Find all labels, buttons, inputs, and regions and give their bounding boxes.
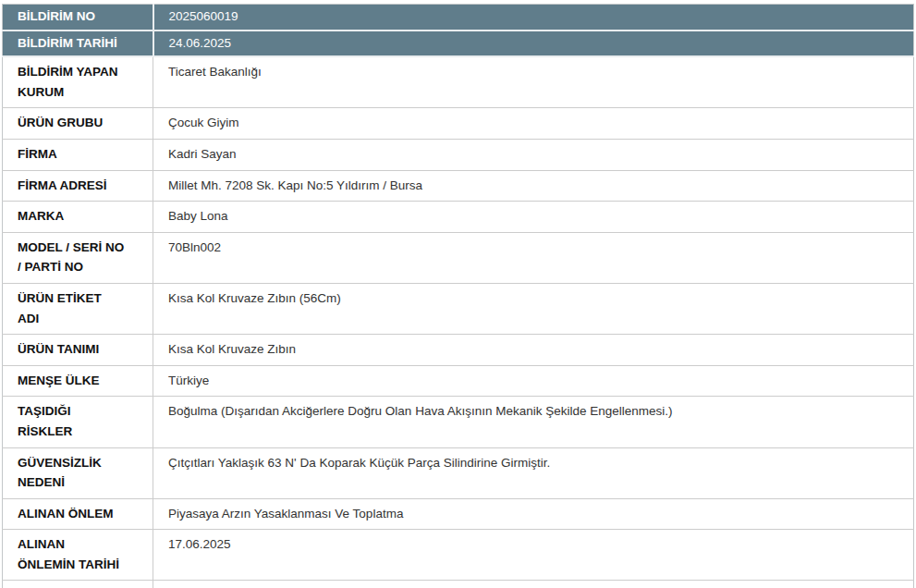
row-label: ALINAN ÖNLEMİN TARİHİ — [3, 530, 153, 581]
row-value: 17.06.2025 — [153, 530, 914, 581]
row-value: Çocuk Giysilerinde Güvenlik- Çocuk Giysi… — [153, 581, 914, 588]
table-row: BİLDİRİM YAPAN KURUMTicaret Bakanlığı — [3, 56, 914, 108]
table-row: BİLDİRİM NO2025060019 — [3, 5, 914, 31]
row-label: ÜRÜN ETİKET ADI — [3, 283, 153, 334]
table-row: GÜVENSİZLİK NEDENİÇıtçıtları Yaklaşık 63… — [3, 447, 914, 498]
row-label: MARKA — [3, 202, 153, 233]
row-value: 2025060019 — [153, 5, 914, 31]
table-row: ÜRÜN ETİKET ADIKısa Kol Kruvaze Zıbın (5… — [3, 283, 914, 334]
table-row: FİRMA ADRESİMillet Mh. 7208 Sk. Kapı No:… — [3, 170, 914, 202]
table-row: BİLDİRİM TARİHİ24.06.2025 — [3, 31, 914, 57]
row-value: Boğulma (Dışarıdan Akciğerlere Doğru Ola… — [153, 397, 914, 447]
table-row: İLGİLİ MEVZUATÇocuk Giysilerinde Güvenli… — [3, 581, 914, 588]
row-value: Çocuk Giyim — [153, 108, 914, 140]
row-value: Türkiye — [153, 365, 914, 397]
row-value: Kısa Kol Kruvaze Zıbın — [153, 335, 914, 366]
row-value: Kısa Kol Kruvaze Zıbın (56Cm) — [153, 283, 914, 334]
row-value: Kadri Sayan — [153, 139, 914, 170]
row-value: 24.06.2025 — [153, 31, 914, 57]
row-label: MENŞE ÜLKE — [3, 365, 153, 397]
table-row: ALINAN ÖNLEMİN TARİHİ17.06.2025 — [3, 530, 914, 581]
table-row: MENŞE ÜLKETürkiye — [3, 365, 914, 397]
notification-detail-table: BİLDİRİM NO2025060019BİLDİRİM TARİHİ24.0… — [2, 4, 914, 588]
row-label: ÜRÜN TANIMI — [3, 335, 153, 366]
row-label: İLGİLİ MEVZUAT — [3, 581, 153, 588]
table-row: TAŞIDIĞI RİSKLERBoğulma (Dışarıdan Akciğ… — [3, 397, 914, 447]
row-label: FİRMA ADRESİ — [3, 170, 153, 202]
row-value: 70Bln002 — [153, 232, 914, 283]
row-label: ALINAN ÖNLEM — [3, 498, 153, 530]
row-value: Millet Mh. 7208 Sk. Kapı No:5 Yıldırım /… — [153, 170, 914, 202]
table-row: ÜRÜN TANIMIKısa Kol Kruvaze Zıbın — [3, 335, 914, 366]
row-label: BİLDİRİM YAPAN KURUM — [3, 56, 153, 108]
row-label: ÜRÜN GRUBU — [3, 108, 153, 140]
row-value: Ticaret Bakanlığı — [153, 56, 914, 108]
row-label: TAŞIDIĞI RİSKLER — [3, 397, 153, 447]
row-value: Piyasaya Arzın Yasaklanması Ve Toplatma — [153, 498, 914, 530]
table-row: ÜRÜN GRUBUÇocuk Giyim — [3, 108, 914, 140]
table-row: FİRMAKadri Sayan — [3, 139, 914, 170]
row-label: GÜVENSİZLİK NEDENİ — [3, 447, 153, 498]
notification-table-body: BİLDİRİM NO2025060019BİLDİRİM TARİHİ24.0… — [3, 5, 914, 588]
table-row: MODEL / SERİ NO / PARTİ NO70Bln002 — [3, 232, 914, 283]
row-label: FİRMA — [3, 139, 153, 170]
row-label: BİLDİRİM TARİHİ — [3, 31, 153, 57]
row-label: BİLDİRİM NO — [3, 5, 153, 31]
row-label: MODEL / SERİ NO / PARTİ NO — [3, 232, 153, 283]
table-row: MARKABaby Lona — [3, 202, 914, 233]
row-value: Çıtçıtları Yaklaşık 63 N' Da Koparak Küç… — [153, 447, 914, 498]
row-value: Baby Lona — [153, 202, 914, 233]
table-row: ALINAN ÖNLEMPiyasaya Arzın Yasaklanması … — [3, 498, 914, 530]
